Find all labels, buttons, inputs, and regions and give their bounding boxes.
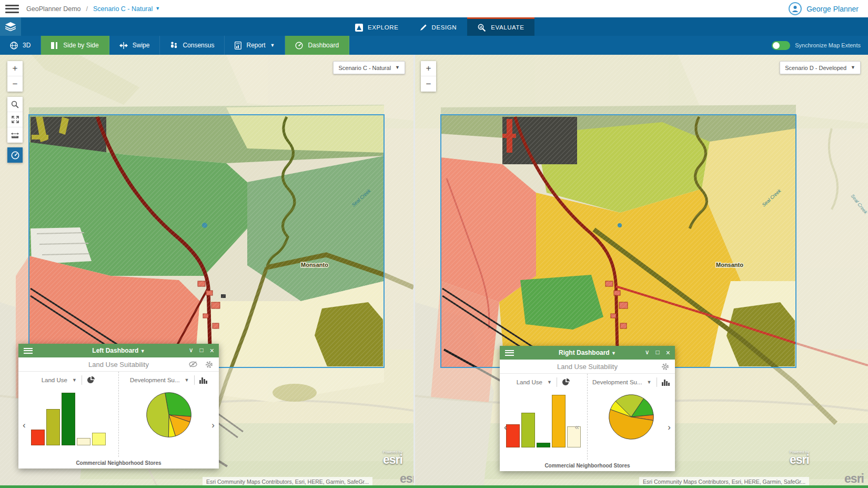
measure-button[interactable] <box>7 127 23 143</box>
button-label: Side by Side <box>63 42 98 49</box>
left-scenario-selector-value: Scenario C - Natural <box>338 65 391 71</box>
explore-icon <box>355 24 363 32</box>
gear-icon[interactable] <box>661 363 669 371</box>
map-tools <box>7 97 23 143</box>
bar-segment[interactable] <box>537 443 550 447</box>
tab-explore[interactable]: EXPLORE <box>345 17 409 36</box>
attribution-text: Esri Community Maps Contributors, Esri, … <box>206 479 369 485</box>
land-use-chart-panel: Land Use ▼ <box>500 374 588 460</box>
visibility-off-icon[interactable] <box>189 361 197 367</box>
evaluate-chart-search-icon <box>478 24 486 32</box>
tab-label: EVALUATE <box>491 24 524 31</box>
chevron-down-icon[interactable]: ▼ <box>547 380 552 385</box>
user-menu[interactable]: George Planner <box>789 2 859 15</box>
chevron-left-icon[interactable]: ‹ <box>23 420 26 431</box>
dashboard-toggle-button[interactable] <box>7 147 23 163</box>
chevron-down-icon: ▼ <box>140 348 145 354</box>
collapse-chevrons-icon[interactable]: « <box>575 422 579 431</box>
dashboard-menu-icon[interactable] <box>505 350 514 356</box>
maximize-icon[interactable]: □ <box>656 348 660 357</box>
gauge-icon <box>11 151 19 160</box>
place-label: Monsanto <box>301 262 328 268</box>
gear-icon[interactable] <box>205 361 213 369</box>
bar-segment[interactable] <box>31 430 45 445</box>
maximize-icon[interactable]: □ <box>200 346 204 355</box>
close-icon[interactable]: × <box>210 346 214 355</box>
ruler-icon <box>11 132 19 138</box>
left-dashboard-panel: Left Dashboard ▼ ∨ □ × Land Use Suitabil… <box>18 344 219 469</box>
swipe-arrows-icon <box>119 42 128 49</box>
bottom-accent-bar <box>0 485 868 488</box>
chevron-down-icon: ▼ <box>155 6 160 11</box>
chevron-right-icon[interactable]: › <box>668 422 671 433</box>
pie-chart-icon[interactable] <box>87 376 95 384</box>
evaluate-toolbar: 3D Side by Side Swipe Consensus Report <box>0 36 868 55</box>
pie-chart-icon[interactable] <box>562 378 570 386</box>
side-by-side-button[interactable]: Side by Side <box>41 36 109 55</box>
right-scenario-selector[interactable]: Scenario D - Developed ▼ <box>780 61 861 74</box>
chart-selector[interactable]: Land Use <box>42 377 67 383</box>
swipe-button[interactable]: Swipe <box>109 36 160 55</box>
dashboard-menu-icon[interactable] <box>24 348 33 354</box>
chart-footer-label: Commercial Neighborhood Stores <box>500 460 675 471</box>
land-use-bar-chart <box>506 394 581 447</box>
bar-chart-icon[interactable] <box>662 379 670 386</box>
chevron-down-icon[interactable]: ▼ <box>72 378 77 383</box>
close-icon[interactable]: × <box>666 348 670 357</box>
report-document-icon <box>235 42 241 49</box>
bar-segment[interactable] <box>77 438 90 445</box>
bar-chart-icon[interactable] <box>199 376 208 384</box>
3d-button[interactable]: 3D <box>0 36 41 55</box>
development-chart-panel: Development Su... ▼ <box>119 372 219 457</box>
report-button[interactable]: Report ▼ <box>225 36 285 55</box>
right-dashboard-panel: Right Dashboard ▼ ∨ □ × Land Use Suitabi… <box>500 346 675 471</box>
zoom-out-button[interactable]: − <box>7 76 23 92</box>
search-button[interactable] <box>7 97 23 112</box>
pie-slice[interactable] <box>165 393 191 417</box>
zoom-controls: + − <box>421 61 436 92</box>
zoom-in-button[interactable]: + <box>421 61 436 76</box>
menu-icon[interactable] <box>5 5 19 13</box>
pencil-icon <box>420 24 427 31</box>
chevron-down-icon[interactable]: ▼ <box>647 380 652 385</box>
full-extent-button[interactable] <box>7 112 23 127</box>
bar-segment[interactable] <box>521 413 535 447</box>
pie-slice[interactable] <box>146 393 168 437</box>
chart-selector[interactable]: Development Su... <box>130 377 180 383</box>
zoom-in-button[interactable]: + <box>7 61 23 76</box>
chevron-right-icon[interactable]: › <box>211 420 215 431</box>
sync-extents-toggle[interactable] <box>772 41 790 50</box>
dashboard-window-buttons: ∨ □ × <box>645 348 670 357</box>
minimize-icon[interactable]: ∨ <box>189 346 194 355</box>
bar-segment[interactable] <box>62 393 75 445</box>
minimize-icon[interactable]: ∨ <box>645 348 650 357</box>
place-label: Monsanto <box>716 262 743 268</box>
bar-segment[interactable] <box>46 409 60 445</box>
bar-segment[interactable] <box>506 424 520 447</box>
layers-button[interactable] <box>0 17 21 36</box>
esri-wordmark: esri <box>790 453 809 466</box>
chevron-left-icon[interactable]: ‹ <box>504 422 507 433</box>
chart-selector[interactable]: Development Su... <box>592 379 642 385</box>
tab-evaluate[interactable]: EVALUATE <box>467 17 534 36</box>
chevron-down-icon: ▼ <box>851 65 855 70</box>
chart-selector[interactable]: Land Use <box>517 379 542 385</box>
tab-design[interactable]: DESIGN <box>409 17 468 36</box>
main-nav: EXPLORE DESIGN EVALUATE <box>0 17 868 36</box>
dashboard-button[interactable]: Dashboard <box>285 36 349 55</box>
left-scenario-selector[interactable]: Scenario C - Natural ▼ <box>333 61 405 74</box>
bar-segment[interactable] <box>552 395 566 447</box>
panel-title: Land Use Suitability <box>88 361 149 369</box>
consensus-button[interactable]: Consensus <box>160 36 225 55</box>
right-map-pane: Monsanto Seal Creek Seal Creek Scenario … <box>415 55 868 488</box>
bar-segment[interactable] <box>92 433 106 445</box>
zoom-out-button[interactable]: − <box>421 76 436 92</box>
right-scenario-selector-value: Scenario D - Developed <box>785 65 846 71</box>
scenario-menu[interactable]: Scenario C - Natural ▼ <box>93 5 160 13</box>
expand-arrows-icon <box>12 116 19 123</box>
map-panes: Monsanto Seal Creek Scenario C - Natural… <box>0 55 868 488</box>
land-use-bar-chart <box>31 392 106 445</box>
powered-by-esri-logo: Powered by esri <box>383 450 402 466</box>
chevron-down-icon[interactable]: ▼ <box>185 378 189 383</box>
app-title: GeoPlanner Demo <box>26 5 81 13</box>
